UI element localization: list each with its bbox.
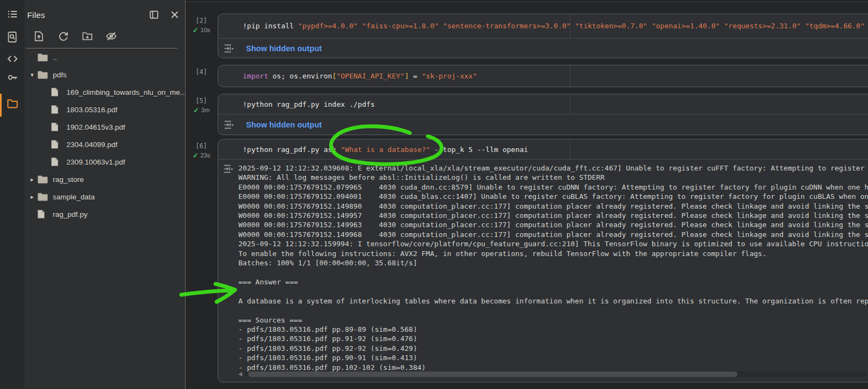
code-token: !python rag_pdf.py ask — [243, 145, 341, 154]
code-token: "sentence-transformers>=3.0.0" — [443, 22, 571, 30]
cell-2-editor[interactable]: !pip install "pypdf>=4.0.0" "faiss-cpu>=… — [218, 14, 868, 38]
tree-item-label: 1902.04615v3.pdf — [66, 123, 125, 131]
show-hidden-output-link[interactable]: Show hidden output — [246, 44, 322, 53]
tree-item-label: rag_pdf.py — [53, 210, 88, 218]
output-horizontal-scrollbar[interactable] — [238, 372, 866, 378]
success-check-icon: ✓ — [193, 27, 199, 33]
code-token: --top_k 5 --llm openai — [430, 145, 528, 154]
scrollbar-thumb[interactable] — [248, 372, 737, 377]
files-panel-header: Files — [27, 7, 181, 23]
tree-item-label: .. — [53, 53, 57, 62]
tree-item-rag-store[interactable]: ▸rag_store — [24, 171, 185, 188]
tree-item-pdfs[interactable]: ▾pdfs — [24, 66, 185, 83]
tree-item-2309-10063v1-pdf[interactable]: 2309.10063v1.pdf — [24, 153, 185, 171]
column-ruler — [570, 94, 570, 114]
file-tree: ..▾pdfs169_climbing_towards_nlu_on_me...… — [24, 48, 185, 223]
tree-item-2304-04099-pdf[interactable]: 2304.04099.pdf — [24, 136, 185, 153]
chevron-right-icon[interactable]: ▸ — [27, 193, 38, 200]
chevron-down-icon[interactable]: ▾ — [27, 71, 38, 78]
tree-item-label: pdfs — [53, 71, 67, 79]
cell-4-editor[interactable]: import os; os.environ["OPENAI_API_KEY"] … — [218, 65, 868, 87]
find-replace-icon[interactable] — [6, 31, 19, 44]
tree-item-label: 2309.10063v1.pdf — [66, 158, 125, 166]
column-ruler — [570, 14, 570, 38]
upload-file-icon[interactable] — [33, 30, 45, 42]
code-token: "OPENAI_API_KEY" — [336, 72, 404, 80]
cell-6-box: !python rag_pdf.py ask "What is a databa… — [218, 139, 868, 382]
execution-count: [6] — [196, 142, 207, 150]
cell-6-output-text: 2025-09-12 12:12:32.039608: E external/l… — [218, 160, 868, 372]
file-icon — [38, 210, 51, 218]
code-token: "faiss-cpu>=1.8.0" — [362, 22, 439, 30]
toggle-output-icon[interactable] — [223, 42, 235, 54]
tree-item-label: 2304.04099.pdf — [66, 141, 118, 149]
tree-item-1902-04615v3-pdf[interactable]: 1902.04615v3.pdf — [24, 118, 185, 136]
code-token: "sk-proj-xxx" — [422, 72, 477, 80]
tree-item-label: 1803.05316.pdf — [66, 106, 118, 114]
code-token: "openai>=1.40.0" — [651, 22, 719, 30]
column-ruler — [570, 65, 570, 87]
refresh-icon[interactable] — [57, 30, 70, 42]
cell-2-box: !pip install "pypdf>=4.0.0" "faiss-cpu>=… — [218, 14, 868, 58]
code-token — [358, 22, 362, 30]
cell-5-gutter: [5] ✓3m — [186, 97, 217, 113]
tree-item-label: rag_store — [53, 175, 84, 184]
code-token: "tqdm>=4.66.0" — [805, 22, 865, 30]
cell-6-output-area: 2025-09-12 12:12:32.039608: E external/l… — [218, 159, 868, 382]
hide-hidden-files-icon[interactable] — [105, 30, 118, 42]
folder-icon — [38, 71, 51, 79]
left-nav-rail — [0, 0, 24, 389]
files-folder-icon[interactable] — [6, 97, 19, 110]
cell-6-editor[interactable]: !python rag_pdf.py ask "What is a databa… — [218, 139, 868, 159]
cell-5-editor[interactable]: !python rag_pdf.py index ./pdfs — [218, 94, 868, 114]
expand-panel-icon[interactable] — [148, 9, 160, 21]
execution-count: [4] — [196, 68, 207, 76]
scroll-left-arrow-icon[interactable] — [238, 372, 242, 376]
cell-4: [4] import os; os.environ["OPENAI_API_KE… — [186, 65, 868, 87]
notebook-top-divider — [186, 2, 868, 2]
notebook-area: [2] ✓10s !pip install "pypdf>=4.0.0" "fa… — [186, 0, 868, 389]
tree-item-sample-data[interactable]: ▸sample_data — [24, 188, 185, 205]
execution-time: 10s — [201, 27, 211, 33]
toggle-output-icon[interactable] — [223, 119, 235, 131]
folder-icon — [38, 53, 51, 62]
code-token: "pypdf>=4.0.0" — [298, 22, 358, 30]
cell-4-code: import os; os.environ["OPENAI_API_KEY"] … — [218, 65, 868, 80]
execution-time: 3m — [201, 107, 210, 113]
tree-item-169-climbing-towards-nlu-on-me[interactable]: 169_climbing_towards_nlu_on_me... — [24, 83, 185, 101]
tree-item-rag-pdf-py[interactable]: rag_pdf.py — [24, 205, 185, 223]
cell-2-output-row: Show hidden output — [218, 38, 868, 58]
close-panel-icon[interactable] — [169, 9, 181, 21]
cell-5: [5] ✓3m !python rag_pdf.py index ./pdfs … — [186, 94, 868, 135]
cell-5-box: !python rag_pdf.py index ./pdfs Show hid… — [218, 94, 868, 135]
cell-5-code: !python rag_pdf.py index ./pdfs — [218, 94, 868, 108]
show-hidden-output-link[interactable]: Show hidden output — [246, 120, 322, 129]
tree-item-label: 169_climbing_towards_nlu_on_me... — [66, 88, 186, 96]
toggle-output-icon[interactable] — [222, 163, 234, 175]
files-toolbar — [24, 29, 185, 45]
code-snippets-icon[interactable] — [6, 52, 19, 65]
code-token: "What is a database?" — [341, 145, 430, 154]
code-token — [801, 22, 805, 30]
code-token: !python rag_pdf.py index ./pdfs — [243, 100, 375, 108]
cell-6-code: !python rag_pdf.py ask "What is a databa… — [218, 139, 868, 154]
tree-item-1803-05316-pdf[interactable]: 1803.05316.pdf — [24, 101, 185, 118]
mount-drive-icon[interactable] — [81, 30, 94, 42]
file-icon — [51, 157, 64, 166]
secrets-key-icon[interactable] — [6, 71, 19, 84]
code-token: "tiktoken>=0.7.0" — [575, 22, 648, 30]
tree-item-[interactable]: .. — [24, 48, 185, 66]
code-token: import — [243, 72, 268, 80]
code-token: os; os.environ — [268, 72, 332, 80]
execution-count: [5] — [196, 97, 207, 105]
cell-4-box: import os; os.environ["OPENAI_API_KEY"] … — [218, 65, 868, 87]
code-token — [439, 22, 443, 30]
chevron-right-icon[interactable]: ▸ — [27, 176, 38, 183]
code-token — [571, 22, 575, 30]
table-of-contents-icon[interactable] — [6, 8, 19, 21]
execution-time: 23s — [201, 152, 211, 159]
success-check-icon: ✓ — [193, 107, 199, 113]
cell-5-output-row: Show hidden output — [218, 114, 868, 135]
execution-count: [2] — [196, 17, 207, 25]
file-icon — [51, 88, 64, 96]
